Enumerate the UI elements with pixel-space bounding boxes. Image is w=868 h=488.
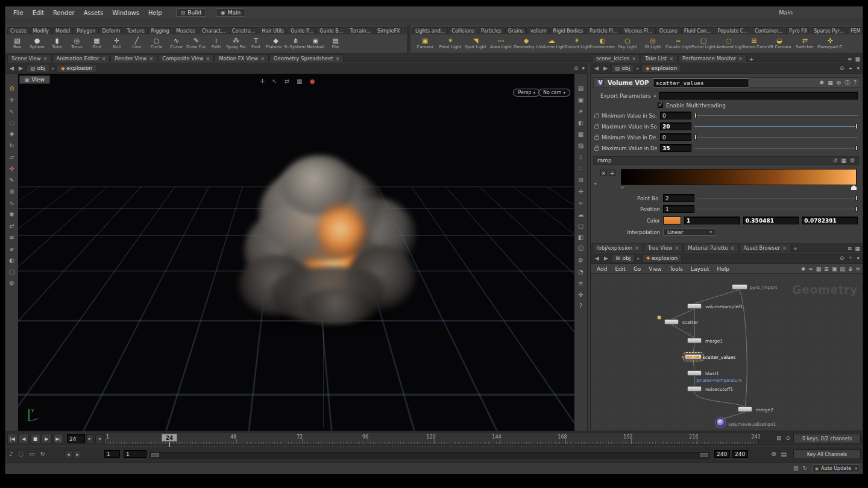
shelf-tab[interactable]: Deform (99, 27, 124, 34)
fog-icon[interactable]: ≈ (576, 198, 585, 207)
layout-single-icon[interactable]: ▤ (576, 84, 585, 92)
handles-tool-icon[interactable]: ✜ (7, 164, 16, 173)
grid-toggle-icon[interactable]: ⊞ (576, 176, 585, 184)
range-options-icon[interactable]: ▤ (781, 451, 787, 457)
back-icon[interactable]: ◀ (8, 65, 15, 71)
param-value-field[interactable]: 20 (660, 122, 691, 130)
close-tab-icon[interactable] (632, 55, 636, 62)
lock-icon[interactable] (594, 125, 599, 129)
multithreading-checkbox[interactable] (658, 103, 663, 108)
pane-tab[interactable]: Take List (641, 54, 678, 62)
param-slider[interactable] (694, 112, 858, 119)
back-icon[interactable]: ◀ (594, 255, 600, 261)
snap-point-icon[interactable]: ↖ (272, 78, 277, 84)
position-slider[interactable] (697, 205, 858, 213)
path-add-icon[interactable]: ＋ (848, 254, 853, 262)
shelf-tab[interactable]: Guide B... (316, 27, 346, 34)
frame-range-slider[interactable] (150, 452, 709, 458)
color-swatch[interactable] (663, 217, 681, 224)
path-pin-icon[interactable]: ⊙ (840, 255, 844, 261)
menu-item[interactable]: Edit (28, 8, 48, 17)
align-tool-icon[interactable]: ≡ (7, 233, 16, 241)
shelf-tool[interactable]: ⊞Stereo Camera (741, 34, 767, 52)
node-pyro-import[interactable]: pyro_import (732, 284, 747, 290)
shelf-tab[interactable]: SimpleFX (374, 27, 403, 34)
network-menu-item[interactable]: Go (630, 265, 644, 273)
flipbook-record-icon[interactable]: ● (310, 78, 315, 84)
sculpt-tool-icon[interactable]: ∿ (7, 198, 16, 207)
node-merge2[interactable]: merge2 (738, 407, 752, 412)
menu-item[interactable]: Assets (80, 8, 108, 17)
path-pin-icon[interactable]: ⊙ (840, 65, 844, 71)
shelf-tool[interactable]: ☀Distant Light (564, 34, 590, 52)
mirror-tool-icon[interactable]: ⇄ (7, 221, 16, 230)
translate-tool-icon[interactable]: ✚ (7, 130, 16, 138)
shelf-tool[interactable]: ▭Area Light (488, 34, 514, 52)
camera-selector[interactable]: No cam (538, 89, 570, 97)
shelf-tab[interactable]: Lights and... (412, 27, 448, 34)
shelf-tool[interactable]: ◌Ambient Light (716, 34, 741, 52)
param-slider[interactable] (694, 122, 858, 130)
shelf-tab[interactable]: Sparse Pyr... (811, 27, 847, 34)
pane-tab[interactable]: scene_icicles (592, 54, 640, 62)
shelf-tab[interactable]: Particle Fl... (587, 27, 621, 34)
shelf-tab[interactable]: Create (7, 27, 30, 34)
shelf-tool[interactable]: ▮Tube (47, 34, 67, 52)
shelf-tool[interactable]: ●Sphere (27, 34, 47, 52)
layers-icon[interactable]: ≣ (576, 279, 585, 287)
range-handle-right[interactable] (700, 453, 708, 457)
snap-multi-icon[interactable]: ⇄ (285, 78, 289, 84)
handles-display-icon[interactable]: ✜ (576, 290, 585, 299)
step-forward-button[interactable]: ⇥ (95, 434, 103, 443)
color-b-field[interactable]: 0.0782391 (802, 217, 858, 224)
pane-tab[interactable]: Render View (110, 54, 157, 62)
shelf-tool[interactable]: ▢Portal Light (691, 34, 716, 52)
info-icon[interactable]: ⓘ (576, 244, 585, 253)
ramp-collapse-icon[interactable]: ▾ (594, 182, 597, 186)
path-pin-icon[interactable]: ⊙ (574, 65, 579, 71)
pane-split-icon[interactable]: ▦ (855, 246, 860, 252)
shelf-tab[interactable]: Fluid Con... (681, 27, 714, 34)
network-menu-item[interactable]: Edit (611, 265, 629, 273)
points-display-icon[interactable]: ∴ (576, 164, 585, 173)
memory-icon[interactable]: ▥ (793, 465, 799, 471)
shelf-tab[interactable]: Charact... (199, 27, 228, 34)
lighting-icon[interactable]: ☀ (576, 107, 585, 115)
menu-item[interactable]: Render (49, 8, 79, 17)
help-icon[interactable]: ? (854, 80, 857, 86)
network-tools-icon[interactable]: ✱ (801, 266, 806, 272)
network-menu-item[interactable]: View (645, 265, 665, 273)
shelf-tool[interactable]: ◎GI Light (640, 34, 665, 52)
snap-prim-icon[interactable]: ▦ (297, 78, 302, 84)
ramp-delete-point-button[interactable]: × (600, 170, 607, 176)
global-range-start-field[interactable]: 1 (104, 450, 120, 458)
visibility-tool-icon[interactable]: ◐ (7, 256, 16, 264)
network-list-icon[interactable]: ≡ (808, 266, 813, 272)
playback-range-end-field[interactable]: 240 (714, 450, 730, 458)
zoom-range-icon[interactable]: ⊕ (771, 451, 776, 457)
shelf-tab[interactable]: Muscles (173, 27, 198, 34)
shelf-tool[interactable]: ✛Null (107, 34, 127, 52)
export-parameters-label[interactable]: Export Parameters (600, 93, 651, 99)
close-tab-icon[interactable] (43, 55, 48, 62)
viewport-settings-icon[interactable]: ⚙ (7, 279, 16, 287)
rotate-tool-icon[interactable]: ↻ (7, 141, 16, 150)
display-options-icon[interactable]: ⚙ (576, 256, 585, 264)
info-icon[interactable]: ⓘ (844, 79, 850, 87)
node-merge1[interactable]: merge1 (687, 338, 702, 343)
paint-tool-icon[interactable]: ✱ (7, 210, 16, 218)
point-number-field[interactable]: 2 (663, 194, 694, 202)
go-end-button[interactable]: ▶| (53, 434, 63, 444)
pane-tab[interactable]: Scene View (7, 54, 52, 62)
shelf-tool[interactable]: ◆Geometry Light (514, 34, 539, 52)
close-tab-icon[interactable] (149, 55, 154, 62)
shelf-tool[interactable]: ╱Line (127, 34, 146, 52)
node-crumb[interactable]: ◆explosion (642, 254, 682, 262)
ramp-gradient[interactable] (621, 169, 857, 185)
shelf-tool[interactable]: ✶Point Light (438, 34, 463, 52)
path-menu-icon[interactable]: ▾ (582, 65, 585, 71)
shelf-tab[interactable]: Grains (505, 27, 527, 34)
play-button[interactable]: ▶ (42, 434, 52, 444)
network-menu-item[interactable]: Layout (687, 265, 713, 273)
shelf-tool[interactable]: ✜Gamepad Camera (817, 34, 843, 52)
